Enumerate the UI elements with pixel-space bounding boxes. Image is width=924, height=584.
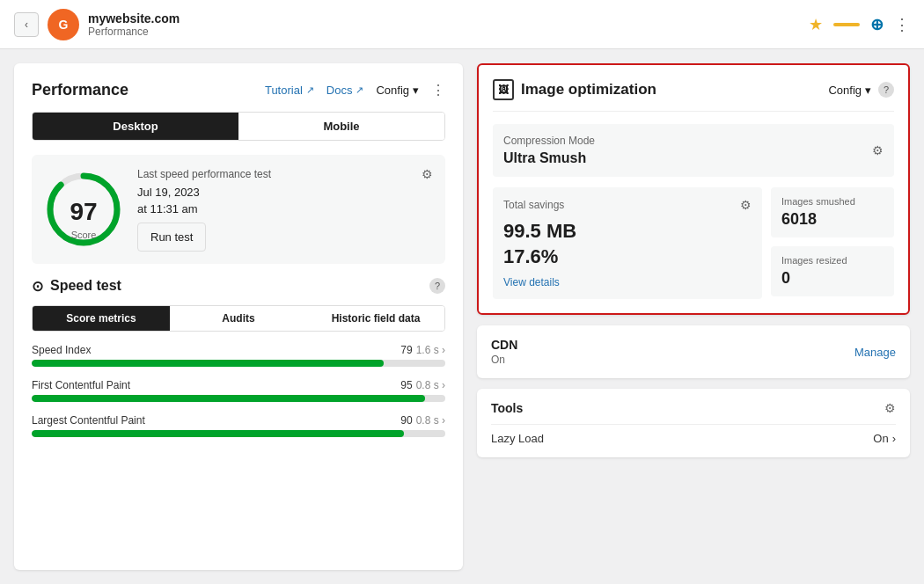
metric-row: First Contentful Paint 95 0.8 s ›: [32, 379, 445, 391]
view-details-link[interactable]: View details: [503, 276, 752, 288]
config-label: Config: [828, 84, 862, 97]
metric-item-lcp: Largest Contentful Paint 90 0.8 s ›: [32, 414, 445, 437]
metric-score: 90: [400, 414, 412, 427]
mobile-tab[interactable]: Mobile: [238, 113, 444, 140]
metric-name: Largest Contentful Paint: [32, 414, 145, 427]
speed-test-title: ⊙ Speed test: [32, 278, 121, 295]
compression-gear-icon[interactable]: ⚙: [872, 143, 884, 157]
images-resized-value: 0: [781, 269, 884, 288]
audits-tab[interactable]: Audits: [170, 306, 307, 331]
image-opt-label: Image optimization: [521, 81, 656, 99]
cdn-manage-link[interactable]: Manage: [854, 346, 896, 359]
side-stats: Images smushed 6018 Images resized 0: [771, 187, 894, 299]
metric-value: 90 0.8 s ›: [400, 414, 445, 427]
tools-divider: [491, 424, 896, 425]
lazy-load-value[interactable]: On ›: [873, 432, 896, 445]
last-test-row: Last speed performance test Jul 19, 2023…: [137, 167, 433, 215]
metric-bar-fill: [32, 395, 425, 402]
metric-value: 79 1.6 s ›: [400, 344, 445, 356]
back-button[interactable]: ‹: [14, 12, 39, 37]
lazy-load-label: Lazy Load: [491, 432, 544, 445]
wordpress-icon[interactable]: ⊕: [870, 15, 884, 34]
images-smushed-card: Images smushed 6018: [771, 187, 894, 237]
last-test-date: Jul 19, 2023: [137, 186, 271, 199]
images-smushed-label: Images smushed: [781, 196, 884, 207]
historic-tab[interactable]: Historic field data: [307, 306, 444, 331]
tutorial-link[interactable]: Tutorial ↗: [265, 84, 314, 97]
performance-title: Performance: [32, 81, 128, 99]
minus-bar-icon: [833, 23, 860, 26]
metric-bar-bg: [32, 430, 445, 437]
savings-header: Total savings ⚙: [503, 198, 752, 212]
savings-label: Total savings: [503, 199, 564, 211]
last-test-info: Last speed performance test Jul 19, 2023…: [137, 167, 271, 215]
metric-name: Speed Index: [32, 344, 91, 356]
topbar-right: ★ ⊕ ⋮: [809, 15, 910, 34]
metric-score: 79: [400, 344, 412, 356]
gear-icon[interactable]: ⚙: [422, 167, 433, 181]
docs-link[interactable]: Docs ↗: [326, 84, 364, 97]
cdn-status: On: [491, 354, 517, 366]
device-tabs: Desktop Mobile: [32, 112, 445, 141]
metric-row: Speed Index 79 1.6 s ›: [32, 344, 445, 356]
images-smushed-value: 6018: [781, 210, 884, 229]
config-button[interactable]: Config ▾: [376, 84, 419, 97]
images-resized-card: Images resized 0: [771, 246, 894, 296]
image-help-icon[interactable]: ?: [878, 82, 894, 98]
score-info: Last speed performance test Jul 19, 2023…: [137, 167, 433, 252]
site-name: mywebsite.com: [88, 11, 180, 26]
tools-card: Tools ⚙ Lazy Load On ›: [477, 389, 910, 457]
metric-time: 0.8 s ›: [416, 379, 445, 391]
image-opt-header: 🖼 Image optimization Config ▾ ?: [493, 79, 894, 112]
last-test-time: at 11:31 am: [137, 202, 271, 215]
right-panel: 🖼 Image optimization Config ▾ ? Compress…: [477, 63, 910, 570]
image-config-link[interactable]: Config ▾: [828, 84, 871, 97]
topbar: ‹ G mywebsite.com Performance ★ ⊕ ⋮: [0, 0, 924, 49]
speedometer-icon: ⊙: [32, 278, 43, 295]
metric-item-fcp: First Contentful Paint 95 0.8 s ›: [32, 379, 445, 402]
speed-test-header: ⊙ Speed test ?: [32, 278, 445, 295]
more-icon[interactable]: ⋮: [431, 82, 445, 99]
main-content: Performance Tutorial ↗ Docs ↗ Config ▾ ⋮…: [0, 49, 924, 584]
tools-header: Tools ⚙: [491, 401, 896, 415]
score-metrics-tab[interactable]: Score metrics: [33, 306, 170, 331]
lazy-load-row: Lazy Load On ›: [491, 432, 896, 445]
score-number: 97: [70, 198, 97, 226]
run-test-button[interactable]: Run test: [137, 223, 206, 252]
help-icon[interactable]: ?: [429, 278, 445, 294]
site-subtitle: Performance: [88, 26, 180, 38]
performance-panel-header: Performance Tutorial ↗ Docs ↗ Config ▾ ⋮: [32, 81, 445, 99]
avatar: G: [48, 9, 79, 40]
desktop-tab[interactable]: Desktop: [33, 113, 238, 140]
metric-value: 95 0.8 s ›: [400, 379, 445, 391]
savings-gear-icon[interactable]: ⚙: [740, 198, 752, 212]
savings-pct: 17.6%: [503, 245, 752, 270]
stats-grid: Total savings ⚙ 99.5 MB 17.6% View detai…: [493, 187, 894, 299]
metric-bar-bg: [32, 360, 445, 367]
compression-row: Compression Mode Ultra Smush ⚙: [493, 124, 894, 177]
tutorial-label: Tutorial: [265, 84, 303, 97]
last-test-label: Last speed performance test: [137, 167, 271, 182]
more-options-icon[interactable]: ⋮: [894, 15, 910, 34]
metric-row: Largest Contentful Paint 90 0.8 s ›: [32, 414, 445, 427]
metric-bar-fill: [32, 360, 384, 367]
docs-label: Docs: [326, 84, 353, 97]
compression-value: Ultra Smush: [503, 150, 595, 166]
metric-time: 1.6 s ›: [416, 344, 445, 356]
total-savings-card: Total savings ⚙ 99.5 MB 17.6% View detai…: [493, 187, 762, 299]
metrics-list: Speed Index 79 1.6 s › First Contentful …: [32, 344, 445, 437]
chevron-down-icon: ▾: [865, 84, 871, 97]
external-link-icon-2: ↗: [356, 84, 363, 96]
image-opt-title: 🖼 Image optimization: [493, 79, 656, 100]
score-section: 97 Score Last speed performance test Jul…: [32, 155, 445, 264]
tools-title: Tools: [491, 401, 523, 415]
compression-label: Compression Mode: [503, 135, 595, 147]
chevron-down-icon: ▾: [413, 84, 419, 97]
score-circle: 97 Score: [44, 170, 123, 249]
tools-gear-icon[interactable]: ⚙: [884, 401, 896, 415]
metric-tabs: Score metrics Audits Historic field data: [32, 305, 445, 332]
star-icon[interactable]: ★: [809, 15, 823, 34]
compression-info: Compression Mode Ultra Smush: [503, 135, 595, 166]
metric-item-speed-index: Speed Index 79 1.6 s ›: [32, 344, 445, 367]
performance-actions: Tutorial ↗ Docs ↗ Config ▾ ⋮: [265, 82, 445, 99]
